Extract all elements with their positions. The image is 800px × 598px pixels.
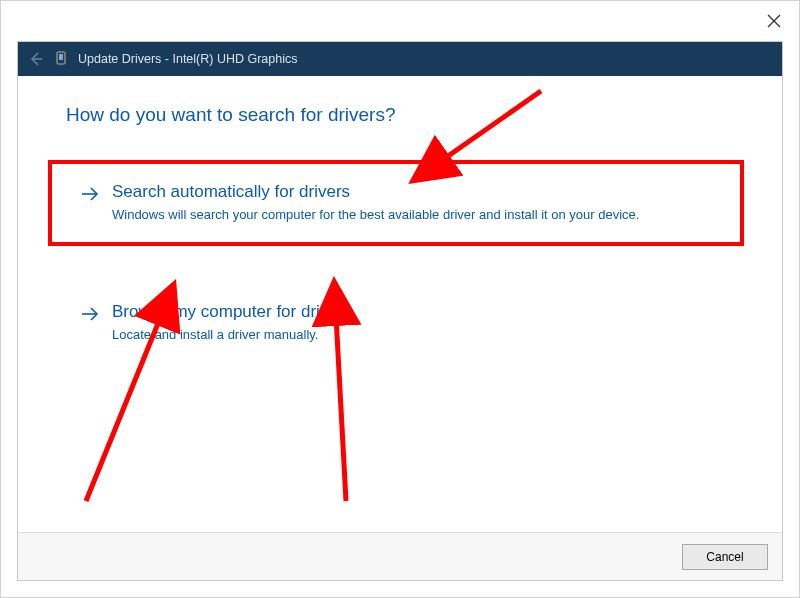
page-heading: How do you want to search for drivers? [66,104,734,126]
dialog-window: Update Drivers - Intel(R) UHD Graphics H… [17,41,783,581]
arrow-right-icon [80,184,100,204]
back-icon[interactable] [28,51,44,67]
cancel-button[interactable]: Cancel [682,544,768,570]
option-description: Locate and install a driver manually. [112,326,720,344]
arrow-right-icon [80,304,100,324]
dialog-footer: Cancel [18,532,782,580]
device-icon [54,51,68,67]
option-body: Search automatically for drivers Windows… [112,182,716,224]
titlebar: Update Drivers - Intel(R) UHD Graphics [18,42,782,76]
svg-rect-4 [59,54,63,60]
option-title: Search automatically for drivers [112,182,716,202]
close-icon [767,14,781,28]
option-browse-computer[interactable]: Browse my computer for drivers Locate an… [66,290,734,356]
option-search-automatically[interactable]: Search automatically for drivers Windows… [48,160,744,246]
window-title: Update Drivers - Intel(R) UHD Graphics [78,52,298,66]
option-title: Browse my computer for drivers [112,302,720,322]
content-area: How do you want to search for drivers? S… [18,76,782,532]
option-description: Windows will search your computer for th… [112,206,716,224]
option-body: Browse my computer for drivers Locate an… [112,302,720,344]
close-button[interactable] [749,1,799,41]
app-window: Update Drivers - Intel(R) UHD Graphics H… [0,0,800,598]
